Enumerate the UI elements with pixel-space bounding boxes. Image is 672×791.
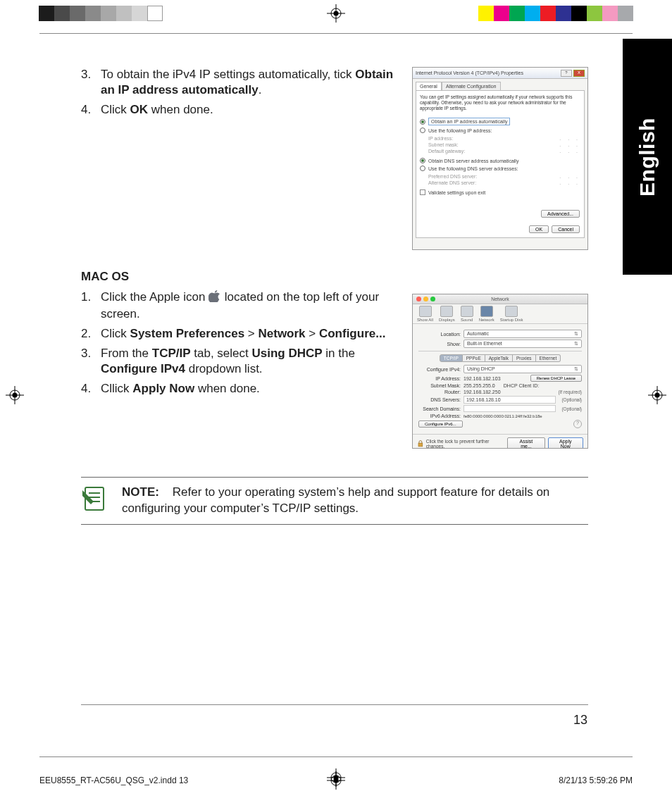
- show-select: Built-in Ethernet⇅: [463, 340, 582, 348]
- mac-toolbar: Show AllDisplaysSoundNetworkStartup Disk: [413, 304, 587, 324]
- mac-window-title: Network: [413, 297, 587, 301]
- close-icon: X: [573, 70, 585, 77]
- configure-ipv6-button: Configure IPv6...: [418, 421, 463, 428]
- advanced-button: Advanced...: [541, 210, 580, 218]
- tab-general: General: [416, 82, 442, 90]
- mac-network-dialog-figure: Network Show AllDisplaysSoundNetworkStar…: [412, 294, 588, 449]
- win-dialog-description: You can get IP settings assigned automat…: [420, 94, 580, 111]
- mac-os-heading: MAC OS: [81, 270, 588, 284]
- list-item: 3.From the TCP/IP tab, select Using DHCP…: [81, 346, 405, 377]
- list-item: 1.Click the Apple icon located on the to…: [81, 289, 405, 322]
- radio-use-following-ip: Use the following IP address:: [428, 128, 492, 133]
- toolbar-item: Network: [479, 306, 494, 322]
- windows-tcpip-dialog-figure: Internet Protocol Version 4 (TCP/IPv4) P…: [412, 67, 588, 250]
- list-item: 2.Click System Preferences > Network > C…: [81, 326, 405, 342]
- radio-use-following-dns: Use the following DNS server addresses:: [428, 166, 518, 171]
- radio-icon: [420, 127, 425, 133]
- tab-alternate-configuration: Alternate Configuration: [442, 82, 501, 90]
- toolbar-item: Displays: [439, 306, 455, 322]
- windows-steps-list: 3.To obtain the iPv4 IP settings automat…: [81, 67, 405, 118]
- apple-icon: [209, 289, 221, 306]
- minimize-icon: ?: [561, 70, 572, 77]
- toolbar-item: Startup Disk: [500, 306, 523, 322]
- help-icon: ?: [573, 420, 582, 428]
- lock-icon: [417, 440, 424, 447]
- note-label: NOTE:: [122, 485, 159, 499]
- window-chrome-buttons: ? X: [561, 70, 585, 77]
- note-icon: [81, 485, 109, 517]
- mac-steps-list: 1.Click the Apple icon located on the to…: [81, 289, 405, 397]
- tab-appletalk: AppleTalk: [485, 354, 513, 362]
- radio-icon: [420, 166, 425, 171]
- radio-selected-icon: [420, 119, 425, 125]
- page-number: 13: [573, 713, 587, 728]
- language-tab-label: English: [635, 118, 659, 197]
- checkbox-validate-label: Validate settings upon exit: [428, 190, 485, 195]
- radio-obtain-ip-auto: Obtain an IP address automatically: [428, 118, 510, 125]
- assist-me-button: Assist me...: [507, 437, 545, 449]
- mac-tabs: TCP/IPPPPoEAppleTalkProxiesEthernet: [418, 354, 582, 362]
- cancel-button: Cancel: [552, 225, 580, 233]
- radio-obtain-dns-auto: Obtain DNS server address automatically: [428, 158, 518, 163]
- lock-text: Click the lock to prevent further change…: [426, 439, 508, 449]
- configure-ipv4-select: Using DHCP⇅: [463, 365, 582, 373]
- registration-mark-icon: [6, 386, 24, 404]
- ok-button: OK: [529, 225, 549, 233]
- win-dialog-title: Internet Protocol Version 4 (TCP/IPv4) P…: [416, 70, 523, 75]
- page-content: 3.To obtain the iPv4 IP settings automat…: [81, 67, 588, 525]
- registration-mark-icon: [327, 4, 345, 23]
- renew-dhcp-button: Renew DHCP Lease: [530, 375, 582, 382]
- location-select: Automatic⇅: [463, 330, 582, 338]
- note-block: NOTE: Refer to your operating system’s h…: [81, 477, 588, 525]
- apply-now-button: Apply Now: [548, 437, 584, 449]
- language-tab: English: [623, 39, 672, 275]
- list-item: 4.Cllick Apply Now when done.: [81, 381, 405, 397]
- footer-rule: [81, 704, 588, 705]
- tab-pppoe: PPPoE: [463, 354, 485, 362]
- tab-tcp/ip: TCP/IP: [440, 354, 463, 362]
- checkbox-icon: [420, 189, 425, 195]
- list-item: 4.Click OK when done.: [81, 102, 405, 118]
- tab-proxies: Proxies: [513, 354, 536, 362]
- toolbar-item: Sound: [461, 306, 473, 322]
- toolbar-item: Show All: [417, 306, 433, 322]
- list-item: 3.To obtain the iPv4 IP settings automat…: [81, 67, 405, 98]
- registration-mark-icon: [327, 771, 345, 790]
- registration-mark-icon: [648, 386, 666, 404]
- radio-selected-icon: [420, 158, 425, 163]
- slug-filename: EEU8555_RT-AC56U_QSG_v2.indd 13: [39, 776, 188, 785]
- note-text: Refer to your operating system’s help an…: [122, 485, 549, 515]
- print-slug: EEU8555_RT-AC56U_QSG_v2.indd 13 8/21/13 …: [39, 776, 633, 785]
- slug-timestamp: 8/21/13 5:59:26 PM: [559, 776, 633, 785]
- tab-ethernet: Ethernet: [536, 354, 561, 362]
- svg-rect-16: [418, 443, 423, 447]
